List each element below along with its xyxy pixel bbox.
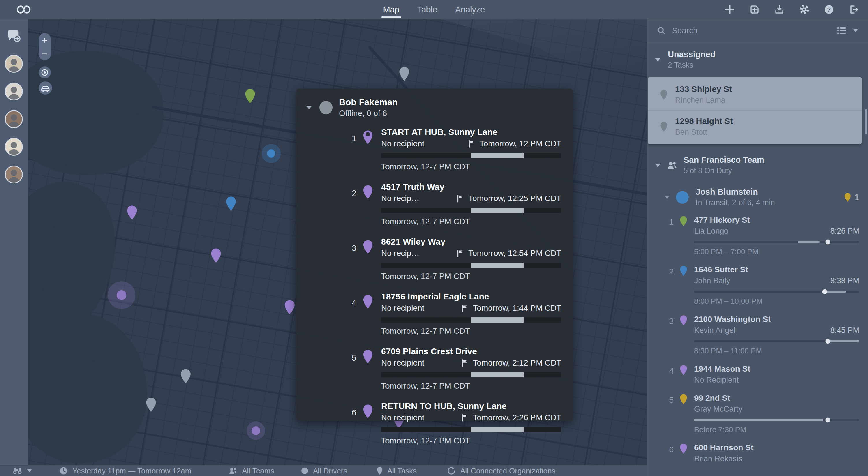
teams-filter[interactable]: All Teams [228,465,274,476]
tab-map[interactable]: Map [383,0,399,19]
task-recipient: No recipient [381,304,458,313]
task-pin-icon [363,185,373,199]
search-area-control[interactable] [12,465,32,476]
drivers-filter-label: All Drivers [313,467,347,475]
task-window: Tomorrow, 12-7 PM CDT [381,162,561,171]
clock-icon [59,467,68,475]
avatar[interactable] [5,82,23,100]
unassigned-task-row[interactable]: 1298 Haight St Ben Stott [648,110,862,142]
driver-pin-badge: 1 [844,193,859,202]
avatar[interactable] [5,110,23,128]
task-eta: Tomorrow, 2:26 PM CDT [473,413,561,422]
task-progress-bar [381,317,561,322]
task-recipient: Ben Stott [675,128,733,137]
time-filter[interactable]: Yesterday 11pm — Tomorrow 12am [59,465,191,476]
task-number: 6 [345,401,363,445]
locate-button[interactable] [39,66,51,78]
collapse-caret-icon[interactable] [664,196,670,199]
hub-mark [366,132,370,136]
popup-task-row[interactable]: 1 START AT HUB, Sunny Lane No recipient … [345,127,561,171]
team-group-header[interactable]: San Francisco Team 5 of 8 On Duty [647,150,868,181]
gear-icon[interactable] [799,4,810,15]
map-task-pin[interactable] [225,196,236,211]
badge-count: 1 [855,193,859,202]
task-recipient: No Recipient [694,376,739,384]
add-button[interactable] [724,4,735,15]
avatar[interactable] [5,138,23,156]
tab-table[interactable]: Table [417,0,437,19]
task-pin-icon [363,404,373,418]
task-address: 1298 Haight St [675,116,733,126]
help-icon[interactable]: ? [824,4,835,15]
search-input[interactable] [672,26,831,35]
driver-row-josh[interactable]: Josh Blumstein In Transit, 2 of 6, 4 min… [647,181,868,213]
driver-row-cindy[interactable]: Cindy Cheung Offline, 0 of 4 [647,472,868,476]
zoom-out-button[interactable]: − [39,47,51,60]
tab-analyze[interactable]: Analyze [455,0,485,19]
driver-task-row[interactable]: 6 600 Harrison St Brian Rekasis [647,443,868,463]
popup-task-row[interactable]: 6 RETURN TO HUB, Sunny Lane No recipient [345,401,561,445]
task-recipient-line: Lia Longo 8:26 PM [694,227,859,236]
map-location-dot[interactable] [251,427,260,435]
task-window: 8:00 PM – 10:00 PM [694,297,859,306]
task-address: RETURN TO HUB, Sunny Lane [381,401,561,411]
view-dropdown-icon[interactable] [853,29,858,32]
download-button[interactable] [774,4,785,15]
map-task-pin[interactable] [211,248,221,263]
popup-task-row[interactable]: 5 6709 Plains Crest Drive No recipient T… [345,346,561,390]
dot-core [251,427,260,435]
organizations-filter[interactable]: All Connected Organizations [447,465,556,476]
task-address: 4517 Truth Way [381,182,561,192]
collapse-caret-icon[interactable] [306,106,312,109]
driver-task-row[interactable]: 1 477 Hickory St Lia Longo 8:26 PM 5:00 … [647,215,868,256]
driver-avatar-list [0,55,28,183]
map-task-pin[interactable] [399,66,409,81]
tasks-filter[interactable]: All Tasks [377,465,417,476]
sidebar-search-row [647,19,868,42]
popup-task-row[interactable]: 4 18756 Imperial Eagle Lane No recipient [345,292,561,336]
map-task-pin[interactable] [245,89,255,104]
map-task-pin[interactable] [127,205,137,220]
list-view-icon[interactable] [837,26,847,35]
svg-text:?: ? [827,6,831,13]
map-task-pin[interactable] [146,397,156,412]
zoom-controls: + − [39,33,51,60]
drivers-filter[interactable]: All Drivers [301,465,347,476]
avatar[interactable] [5,166,23,183]
vehicles-button[interactable] [39,81,52,95]
driver-task-row[interactable]: 2 1646 Sutter St John Baily 8:38 PM 8:00… [647,265,868,306]
driver-task-row[interactable]: 3 2100 Washington St Kevin Angel 8:45 PM… [647,314,868,355]
collapse-caret-icon[interactable] [655,164,660,167]
map-canvas[interactable]: + − Bob Fakeman Offline, 0 of 6 1 [28,19,647,476]
unassigned-task-row[interactable]: 133 Shipley St Rinchen Lama [648,79,862,110]
top-bar: Map Table Analyze ? [0,0,868,19]
sign-out-icon[interactable] [848,4,859,15]
task-pin-icon [363,295,373,309]
popup-task-row[interactable]: 3 8621 Wiley Way No recip… Tomorrow, 12:… [345,237,561,281]
drivers-rail [0,19,28,476]
task-address: 2100 Washington St [694,314,859,324]
sidebar-scrollbar[interactable] [865,109,867,134]
task-progress-bar [381,153,561,158]
map-task-pin[interactable] [284,300,295,315]
task-address: 477 Hickory St [694,215,859,225]
driver-task-row[interactable]: 4 1944 Mason St No Recipient [647,364,868,384]
import-button[interactable] [749,4,760,15]
task-window: Tomorrow, 12-7 PM CDT [381,436,561,445]
task-number: 1 [345,127,363,171]
map-task-pin[interactable] [181,369,191,384]
task-eta: Tomorrow, 12:54 PM CDT [468,249,561,258]
driver-task-row[interactable]: 5 99 2nd St Gray McCarty Before 7:30 PM [647,393,868,434]
teams-filter-label: All Teams [242,467,274,475]
map-location-dot[interactable] [267,149,275,158]
collapse-caret-icon[interactable] [655,58,660,62]
avatar[interactable] [5,55,23,73]
unassigned-group-header[interactable]: Unassigned 2 Tasks [647,42,868,76]
zoom-in-button[interactable]: + [39,33,51,47]
new-message-icon[interactable] [6,29,22,43]
map-location-dot[interactable] [117,290,126,300]
driver-status-dot [319,101,333,114]
toolbar: ? [724,0,859,19]
popup-task-row[interactable]: 2 4517 Truth Way No recip… Tomorrow, 12:… [345,182,561,226]
task-number: 2 [345,182,363,226]
